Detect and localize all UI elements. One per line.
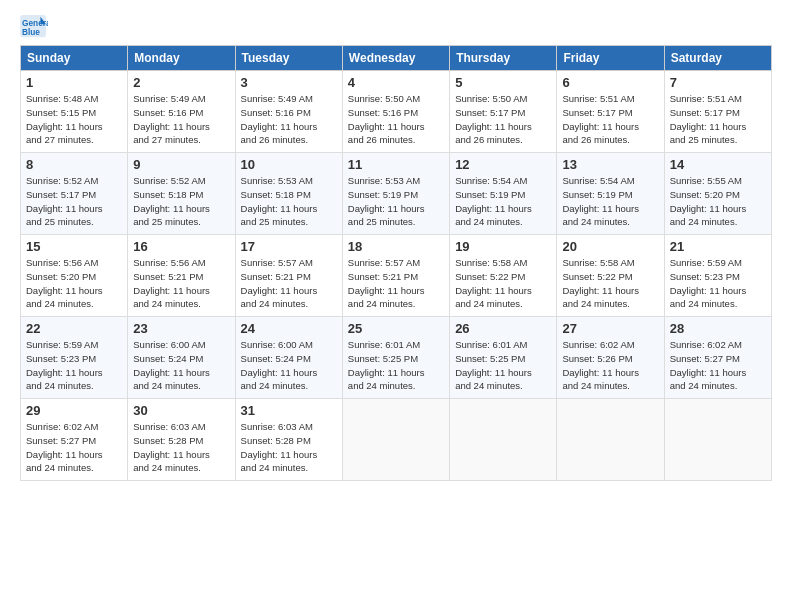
day-number: 12 — [455, 157, 551, 172]
day-number: 27 — [562, 321, 658, 336]
day-number: 20 — [562, 239, 658, 254]
day-cell: 13 Sunrise: 5:54 AMSunset: 5:19 PMDaylig… — [557, 153, 664, 235]
week-row-1: 1 Sunrise: 5:48 AMSunset: 5:15 PMDayligh… — [21, 71, 772, 153]
day-detail: Sunrise: 5:59 AMSunset: 5:23 PMDaylight:… — [670, 256, 766, 311]
day-cell: 15 Sunrise: 5:56 AMSunset: 5:20 PMDaylig… — [21, 235, 128, 317]
day-cell: 7 Sunrise: 5:51 AMSunset: 5:17 PMDayligh… — [664, 71, 771, 153]
day-detail: Sunrise: 5:52 AMSunset: 5:17 PMDaylight:… — [26, 174, 122, 229]
col-header-saturday: Saturday — [664, 46, 771, 71]
day-detail: Sunrise: 6:01 AMSunset: 5:25 PMDaylight:… — [455, 338, 551, 393]
day-detail: Sunrise: 6:00 AMSunset: 5:24 PMDaylight:… — [241, 338, 337, 393]
day-detail: Sunrise: 6:01 AMSunset: 5:25 PMDaylight:… — [348, 338, 444, 393]
day-number: 1 — [26, 75, 122, 90]
col-header-sunday: Sunday — [21, 46, 128, 71]
day-detail: Sunrise: 5:56 AMSunset: 5:20 PMDaylight:… — [26, 256, 122, 311]
day-number: 26 — [455, 321, 551, 336]
day-cell: 10 Sunrise: 5:53 AMSunset: 5:18 PMDaylig… — [235, 153, 342, 235]
day-cell: 2 Sunrise: 5:49 AMSunset: 5:16 PMDayligh… — [128, 71, 235, 153]
day-number: 30 — [133, 403, 229, 418]
day-number: 9 — [133, 157, 229, 172]
day-detail: Sunrise: 6:03 AMSunset: 5:28 PMDaylight:… — [241, 420, 337, 475]
day-cell: 17 Sunrise: 5:57 AMSunset: 5:21 PMDaylig… — [235, 235, 342, 317]
day-number: 13 — [562, 157, 658, 172]
day-cell — [557, 399, 664, 481]
day-cell — [664, 399, 771, 481]
day-number: 17 — [241, 239, 337, 254]
calendar-table: SundayMondayTuesdayWednesdayThursdayFrid… — [20, 45, 772, 481]
day-cell: 11 Sunrise: 5:53 AMSunset: 5:19 PMDaylig… — [342, 153, 449, 235]
week-row-2: 8 Sunrise: 5:52 AMSunset: 5:17 PMDayligh… — [21, 153, 772, 235]
day-cell: 31 Sunrise: 6:03 AMSunset: 5:28 PMDaylig… — [235, 399, 342, 481]
day-number: 19 — [455, 239, 551, 254]
day-cell: 20 Sunrise: 5:58 AMSunset: 5:22 PMDaylig… — [557, 235, 664, 317]
day-detail: Sunrise: 5:51 AMSunset: 5:17 PMDaylight:… — [670, 92, 766, 147]
day-cell: 30 Sunrise: 6:03 AMSunset: 5:28 PMDaylig… — [128, 399, 235, 481]
col-header-tuesday: Tuesday — [235, 46, 342, 71]
day-number: 5 — [455, 75, 551, 90]
day-detail: Sunrise: 5:48 AMSunset: 5:15 PMDaylight:… — [26, 92, 122, 147]
day-detail: Sunrise: 5:50 AMSunset: 5:16 PMDaylight:… — [348, 92, 444, 147]
day-cell: 19 Sunrise: 5:58 AMSunset: 5:22 PMDaylig… — [450, 235, 557, 317]
week-row-4: 22 Sunrise: 5:59 AMSunset: 5:23 PMDaylig… — [21, 317, 772, 399]
day-number: 24 — [241, 321, 337, 336]
day-number: 28 — [670, 321, 766, 336]
day-number: 31 — [241, 403, 337, 418]
day-cell: 29 Sunrise: 6:02 AMSunset: 5:27 PMDaylig… — [21, 399, 128, 481]
day-number: 3 — [241, 75, 337, 90]
day-cell: 9 Sunrise: 5:52 AMSunset: 5:18 PMDayligh… — [128, 153, 235, 235]
day-cell — [342, 399, 449, 481]
day-cell: 28 Sunrise: 6:02 AMSunset: 5:27 PMDaylig… — [664, 317, 771, 399]
day-detail: Sunrise: 5:54 AMSunset: 5:19 PMDaylight:… — [562, 174, 658, 229]
week-row-3: 15 Sunrise: 5:56 AMSunset: 5:20 PMDaylig… — [21, 235, 772, 317]
page-header: General Blue — [20, 15, 772, 39]
day-number: 22 — [26, 321, 122, 336]
day-number: 23 — [133, 321, 229, 336]
day-cell: 21 Sunrise: 5:59 AMSunset: 5:23 PMDaylig… — [664, 235, 771, 317]
day-cell: 1 Sunrise: 5:48 AMSunset: 5:15 PMDayligh… — [21, 71, 128, 153]
day-detail: Sunrise: 5:57 AMSunset: 5:21 PMDaylight:… — [348, 256, 444, 311]
day-detail: Sunrise: 5:55 AMSunset: 5:20 PMDaylight:… — [670, 174, 766, 229]
day-detail: Sunrise: 5:57 AMSunset: 5:21 PMDaylight:… — [241, 256, 337, 311]
day-detail: Sunrise: 5:53 AMSunset: 5:18 PMDaylight:… — [241, 174, 337, 229]
logo-icon: General Blue — [20, 15, 48, 39]
day-cell: 5 Sunrise: 5:50 AMSunset: 5:17 PMDayligh… — [450, 71, 557, 153]
day-cell: 26 Sunrise: 6:01 AMSunset: 5:25 PMDaylig… — [450, 317, 557, 399]
day-number: 10 — [241, 157, 337, 172]
day-cell: 24 Sunrise: 6:00 AMSunset: 5:24 PMDaylig… — [235, 317, 342, 399]
day-detail: Sunrise: 6:03 AMSunset: 5:28 PMDaylight:… — [133, 420, 229, 475]
day-cell: 27 Sunrise: 6:02 AMSunset: 5:26 PMDaylig… — [557, 317, 664, 399]
day-number: 7 — [670, 75, 766, 90]
week-row-5: 29 Sunrise: 6:02 AMSunset: 5:27 PMDaylig… — [21, 399, 772, 481]
day-detail: Sunrise: 5:51 AMSunset: 5:17 PMDaylight:… — [562, 92, 658, 147]
day-number: 15 — [26, 239, 122, 254]
day-detail: Sunrise: 5:58 AMSunset: 5:22 PMDaylight:… — [455, 256, 551, 311]
col-header-friday: Friday — [557, 46, 664, 71]
day-cell: 16 Sunrise: 5:56 AMSunset: 5:21 PMDaylig… — [128, 235, 235, 317]
day-detail: Sunrise: 5:59 AMSunset: 5:23 PMDaylight:… — [26, 338, 122, 393]
day-detail: Sunrise: 6:02 AMSunset: 5:27 PMDaylight:… — [670, 338, 766, 393]
day-detail: Sunrise: 6:02 AMSunset: 5:27 PMDaylight:… — [26, 420, 122, 475]
day-number: 16 — [133, 239, 229, 254]
day-cell: 14 Sunrise: 5:55 AMSunset: 5:20 PMDaylig… — [664, 153, 771, 235]
day-cell: 4 Sunrise: 5:50 AMSunset: 5:16 PMDayligh… — [342, 71, 449, 153]
day-detail: Sunrise: 5:53 AMSunset: 5:19 PMDaylight:… — [348, 174, 444, 229]
day-detail: Sunrise: 5:52 AMSunset: 5:18 PMDaylight:… — [133, 174, 229, 229]
day-detail: Sunrise: 5:50 AMSunset: 5:17 PMDaylight:… — [455, 92, 551, 147]
day-detail: Sunrise: 5:56 AMSunset: 5:21 PMDaylight:… — [133, 256, 229, 311]
svg-text:Blue: Blue — [22, 27, 40, 37]
day-number: 4 — [348, 75, 444, 90]
day-detail: Sunrise: 5:49 AMSunset: 5:16 PMDaylight:… — [241, 92, 337, 147]
day-detail: Sunrise: 6:00 AMSunset: 5:24 PMDaylight:… — [133, 338, 229, 393]
col-header-wednesday: Wednesday — [342, 46, 449, 71]
day-detail: Sunrise: 5:58 AMSunset: 5:22 PMDaylight:… — [562, 256, 658, 311]
day-cell: 18 Sunrise: 5:57 AMSunset: 5:21 PMDaylig… — [342, 235, 449, 317]
day-number: 6 — [562, 75, 658, 90]
day-cell: 22 Sunrise: 5:59 AMSunset: 5:23 PMDaylig… — [21, 317, 128, 399]
day-cell: 25 Sunrise: 6:01 AMSunset: 5:25 PMDaylig… — [342, 317, 449, 399]
day-number: 18 — [348, 239, 444, 254]
day-cell: 8 Sunrise: 5:52 AMSunset: 5:17 PMDayligh… — [21, 153, 128, 235]
day-cell: 12 Sunrise: 5:54 AMSunset: 5:19 PMDaylig… — [450, 153, 557, 235]
day-cell: 3 Sunrise: 5:49 AMSunset: 5:16 PMDayligh… — [235, 71, 342, 153]
day-detail: Sunrise: 5:54 AMSunset: 5:19 PMDaylight:… — [455, 174, 551, 229]
logo: General Blue — [20, 15, 51, 39]
